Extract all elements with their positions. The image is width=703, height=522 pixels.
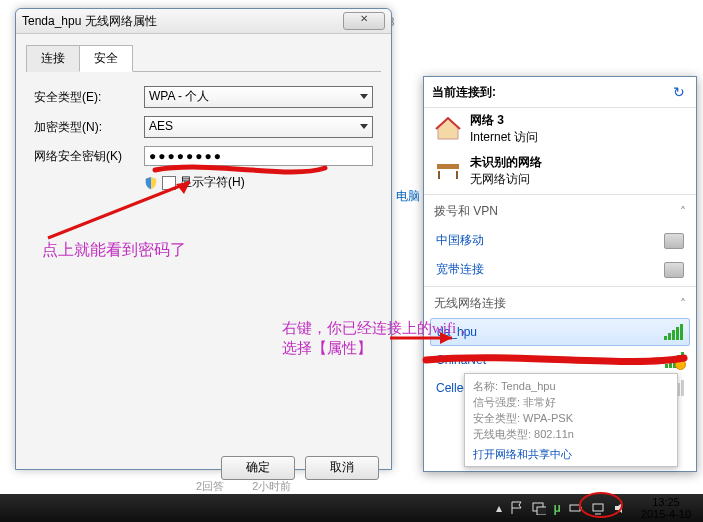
bg-text: 电脑 xyxy=(396,188,420,205)
refresh-icon[interactable]: ↻ xyxy=(670,83,688,101)
network-key-label: 网络安全密钥(K) xyxy=(34,148,144,165)
encryption-type-label: 加密类型(N): xyxy=(34,119,144,136)
tray-network-icon[interactable] xyxy=(532,501,546,515)
wifi-tooltip: 名称: Tenda_hpu 信号强度: 非常好 安全类型: WPA-PSK 无线… xyxy=(464,373,678,467)
wifi-ssid: ChinaNet xyxy=(436,353,486,367)
system-tray: ▴ μ 13:252015-4-10 xyxy=(496,494,698,522)
flyout-header: 当前连接到: xyxy=(432,84,670,101)
current-network-1: 网络 3Internet 访问 xyxy=(424,108,696,150)
svg-rect-4 xyxy=(537,507,546,515)
modem-icon xyxy=(664,233,684,249)
show-characters-checkbox[interactable] xyxy=(162,176,176,190)
open-network-center-link[interactable]: 打开网络和共享中心 xyxy=(473,446,669,462)
network-flyout: 当前连接到: ↻ 网络 3Internet 访问 未识别的网络无网络访问 拨号和… xyxy=(423,76,697,472)
ok-button[interactable]: 确定 xyxy=(221,456,295,480)
cancel-button[interactable]: 取消 xyxy=(305,456,379,480)
tab-connection[interactable]: 连接 xyxy=(26,45,80,72)
taskbar-clock[interactable]: 13:252015-4-10 xyxy=(635,496,697,520)
bench-icon xyxy=(434,161,462,181)
show-characters-label: 显示字符(H) xyxy=(180,174,245,191)
svg-rect-0 xyxy=(437,164,459,169)
unknown-net-name: 未识别的网络 xyxy=(470,154,542,171)
encryption-type-dropdown[interactable]: AES xyxy=(144,116,373,138)
dialog-titlebar[interactable]: Tenda_hpu 无线网络属性 ✕ xyxy=(16,9,391,34)
close-button[interactable]: ✕ xyxy=(343,12,385,30)
wireless-properties-dialog: Tenda_hpu 无线网络属性 ✕ 连接 安全 安全类型(E): WPA - … xyxy=(15,8,392,470)
svg-rect-5 xyxy=(570,505,580,511)
svg-rect-6 xyxy=(580,507,582,509)
wifi-ssid: da_hpu xyxy=(437,325,477,339)
network-icon[interactable] xyxy=(591,501,605,515)
dial-item[interactable]: 宽带连接 xyxy=(424,255,696,284)
volume-icon[interactable] xyxy=(613,501,627,515)
tray-chevron-up-icon[interactable]: ▴ xyxy=(496,501,502,515)
dialup-section-header[interactable]: 拨号和 VPN˄ xyxy=(424,197,696,226)
signal-bars-icon xyxy=(665,352,684,368)
uac-shield-icon xyxy=(144,176,158,190)
wifi-item[interactable]: ChinaNet xyxy=(424,346,696,374)
security-type-label: 安全类型(E): xyxy=(34,89,144,106)
battery-icon[interactable] xyxy=(569,501,583,515)
svg-rect-7 xyxy=(593,504,603,511)
chevron-up-icon: ˄ xyxy=(680,297,686,311)
svg-rect-2 xyxy=(456,171,458,179)
dial-item[interactable]: 中国移动 xyxy=(424,226,696,255)
house-icon xyxy=(434,116,462,142)
network-key-input[interactable]: ●●●●●●●● xyxy=(144,146,373,166)
unknown-net-status: 无网络访问 xyxy=(470,171,542,188)
wifi-item-selected[interactable]: da_hpu xyxy=(430,318,690,346)
dialog-title: Tenda_hpu 无线网络属性 xyxy=(22,9,343,33)
tab-strip: 连接 安全 xyxy=(26,44,381,72)
tray-app-icon[interactable]: μ xyxy=(554,501,561,515)
flag-icon[interactable] xyxy=(510,501,524,515)
tab-security[interactable]: 安全 xyxy=(79,45,133,72)
current-net-status: Internet 访问 xyxy=(470,129,538,146)
current-net-name: 网络 3 xyxy=(470,112,538,129)
modem-icon xyxy=(664,262,684,278)
signal-bars-icon xyxy=(664,324,683,340)
chevron-up-icon: ˄ xyxy=(680,205,686,219)
svg-rect-1 xyxy=(438,171,440,179)
current-network-2: 未识别的网络无网络访问 xyxy=(424,150,696,192)
security-type-dropdown[interactable]: WPA - 个人 xyxy=(144,86,373,108)
wireless-section-header[interactable]: 无线网络连接˄ xyxy=(424,289,696,318)
